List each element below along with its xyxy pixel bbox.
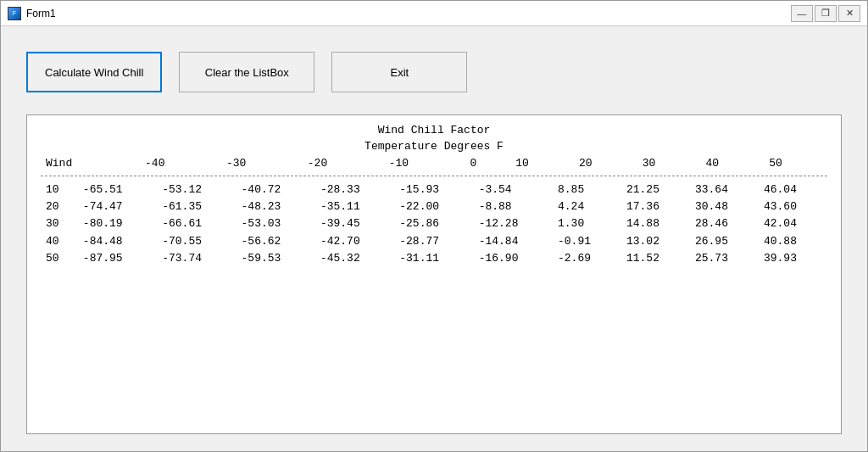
col-header-n10: -10 <box>384 156 465 170</box>
clear-listbox-button[interactable]: Clear the ListBox <box>179 52 314 92</box>
app-icon: F <box>8 7 21 20</box>
table-row: 40-84.48-70.55-56.62-42.70-28.77-14.84-0… <box>41 233 827 250</box>
cell-r1-c3: -48.23 <box>236 198 315 215</box>
cell-r3-c6: -14.84 <box>474 233 553 250</box>
cell-r4-c6: -16.90 <box>474 250 553 267</box>
cell-r4-c1: -87.95 <box>78 250 157 267</box>
cell-r3-c2: -70.55 <box>157 233 236 250</box>
cell-r4-c0: 50 <box>41 250 78 267</box>
cell-r3-c4: -42.70 <box>315 233 394 250</box>
title-bar-left: F Form1 <box>8 7 56 20</box>
cell-r0-c6: -3.54 <box>474 181 553 198</box>
table-body: 10-65.51-53.12-40.72-28.33-15.93-3.548.8… <box>41 181 827 267</box>
cell-r2-c8: 14.88 <box>621 215 690 232</box>
table-title-line1: Wind Chill Factor <box>41 124 827 137</box>
col-header-wind: Wind <box>41 156 140 170</box>
cell-r1-c7: 4.24 <box>553 198 621 215</box>
cell-r1-c6: -8.88 <box>474 198 553 215</box>
col-header-40: 40 <box>700 156 764 170</box>
cell-r3-c9: 26.95 <box>690 233 759 250</box>
cell-r4-c8: 11.52 <box>621 250 690 267</box>
cell-r3-c3: -56.62 <box>236 233 315 250</box>
col-header-30: 30 <box>637 156 701 170</box>
cell-r1-c4: -35.11 <box>315 198 394 215</box>
title-bar-controls: — ❐ ✕ <box>791 5 860 22</box>
cell-r1-c9: 30.48 <box>690 198 759 215</box>
cell-r2-c10: 42.04 <box>759 215 827 232</box>
table-row: 30-80.19-66.61-53.03-39.45-25.86-12.281.… <box>41 215 827 232</box>
cell-r1-c8: 17.36 <box>621 198 690 215</box>
cell-r0-c10: 46.04 <box>759 181 827 198</box>
cell-r2-c4: -39.45 <box>315 215 394 232</box>
table-divider <box>41 176 827 176</box>
cell-r4-c5: -31.11 <box>394 250 473 267</box>
cell-r2-c5: -25.86 <box>394 215 473 232</box>
cell-r1-c5: -22.00 <box>394 198 473 215</box>
cell-r0-c5: -15.93 <box>394 181 473 198</box>
cell-r0-c0: 10 <box>41 181 78 198</box>
cell-r1-c2: -61.35 <box>157 198 236 215</box>
col-header-50: 50 <box>764 156 827 170</box>
toolbar: Calculate Wind Chill Clear the ListBox E… <box>26 43 842 101</box>
cell-r2-c3: -53.03 <box>236 215 315 232</box>
table-row: 10-65.51-53.12-40.72-28.33-15.93-3.548.8… <box>41 181 827 198</box>
col-header-n20: -20 <box>303 156 384 170</box>
cell-r4-c3: -59.53 <box>236 250 315 267</box>
col-header-10: 10 <box>510 156 574 170</box>
cell-r3-c0: 40 <box>41 233 78 250</box>
col-header-n40: -40 <box>140 156 221 170</box>
cell-r4-c2: -73.74 <box>157 250 236 267</box>
listbox: Wind Chill Factor Temperature Degrees F … <box>26 114 842 434</box>
table-row: 50-87.95-73.74-59.53-45.32-31.11-16.90-2… <box>41 250 827 267</box>
cell-r4-c9: 25.73 <box>690 250 759 267</box>
cell-r0-c8: 21.25 <box>621 181 690 198</box>
wind-chill-table: Wind -40 -30 -20 -10 0 10 20 30 40 50 <box>41 156 827 170</box>
cell-r2-c7: 1.30 <box>553 215 621 232</box>
cell-r2-c2: -66.61 <box>157 215 236 232</box>
cell-r1-c10: 43.60 <box>759 198 827 215</box>
cell-r0-c4: -28.33 <box>315 181 394 198</box>
wind-chill-data-table: 10-65.51-53.12-40.72-28.33-15.93-3.548.8… <box>41 181 827 267</box>
close-button[interactable]: ✕ <box>838 5 860 22</box>
cell-r4-c4: -45.32 <box>315 250 394 267</box>
cell-r1-c1: -74.47 <box>78 198 157 215</box>
minimize-button[interactable]: — <box>791 5 813 22</box>
cell-r2-c6: -12.28 <box>474 215 553 232</box>
col-header-20: 20 <box>574 156 637 170</box>
title-bar: F Form1 — ❐ ✕ <box>1 1 867 26</box>
table-title-line2: Temperature Degrees F <box>41 140 827 153</box>
col-header-n30: -30 <box>221 156 303 170</box>
cell-r3-c1: -84.48 <box>78 233 157 250</box>
cell-r1-c0: 20 <box>41 198 78 215</box>
exit-button[interactable]: Exit <box>331 52 467 92</box>
cell-r4-c7: -2.69 <box>553 250 621 267</box>
calculate-wind-chill-button[interactable]: Calculate Wind Chill <box>26 52 162 92</box>
main-content: Calculate Wind Chill Clear the ListBox E… <box>1 26 867 451</box>
table-header-row: Wind -40 -30 -20 -10 0 10 20 30 40 50 <box>41 156 827 170</box>
cell-r4-c10: 39.93 <box>759 250 827 267</box>
cell-r2-c1: -80.19 <box>78 215 157 232</box>
cell-r0-c2: -53.12 <box>157 181 236 198</box>
cell-r0-c1: -65.51 <box>78 181 157 198</box>
cell-r3-c10: 40.88 <box>759 233 827 250</box>
cell-r3-c7: -0.91 <box>553 233 621 250</box>
cell-r3-c5: -28.77 <box>394 233 473 250</box>
cell-r2-c9: 28.46 <box>690 215 759 232</box>
main-window: F Form1 — ❐ ✕ Calculate Wind Chill Clear… <box>0 0 868 452</box>
cell-r0-c3: -40.72 <box>236 181 315 198</box>
restore-button[interactable]: ❐ <box>815 5 837 22</box>
table-row: 20-74.47-61.35-48.23-35.11-22.00-8.884.2… <box>41 198 827 215</box>
cell-r0-c7: 8.85 <box>553 181 621 198</box>
cell-r2-c0: 30 <box>41 215 78 232</box>
window-title: Form1 <box>26 8 56 20</box>
col-header-0: 0 <box>465 156 511 170</box>
cell-r3-c8: 13.02 <box>621 233 690 250</box>
cell-r0-c9: 33.64 <box>690 181 759 198</box>
